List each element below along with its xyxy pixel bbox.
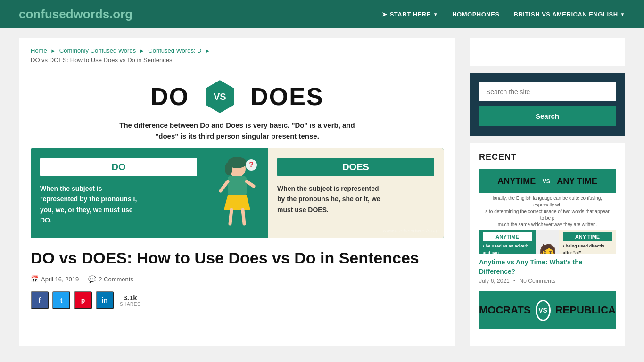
- mocrats-vs-badge: VS: [536, 300, 551, 321]
- svg-point-2: [225, 162, 232, 175]
- recent-item-image: MOCRATS VS REPUBLICA: [479, 291, 616, 329]
- anytime-bullets: • be used as an adverb and can• sed the …: [483, 243, 532, 254]
- breadcrumb-current: DO vs DOES: How to Use Does vs Do in Sen…: [31, 57, 444, 64]
- calendar-icon: 📅: [31, 275, 39, 283]
- sidebar-search-box: Search: [470, 73, 625, 136]
- anytime-left-title: ANYTIME: [483, 232, 532, 241]
- breadcrumb-home[interactable]: Home: [31, 47, 47, 54]
- breadcrumb-sep: ►: [205, 48, 210, 54]
- infographic-right-body: When the subject is representedby the pr…: [277, 183, 434, 215]
- recent-title: RECENT: [479, 152, 616, 162]
- anytime-center-figure: 🧑: [536, 230, 559, 254]
- site-logo[interactable]: confusedwords.org: [19, 7, 132, 22]
- vs-badge: VS: [203, 80, 236, 113]
- logo-suffix: .org: [109, 7, 132, 21]
- anytime-label: ANYTIME: [497, 176, 536, 186]
- infographic-left-body: When the subject isrepresented by the pr…: [40, 183, 197, 226]
- nav-homophones[interactable]: HOMOPHONES: [452, 11, 499, 18]
- do-does-graphic: DO VS DOES: [31, 71, 444, 118]
- infographic-left-title: DO: [40, 158, 197, 176]
- anytime-right-title: ANY TIME: [563, 232, 612, 241]
- svg-line-5: [221, 181, 228, 191]
- breadcrumb-confused-d[interactable]: Confused Words: D: [148, 47, 201, 54]
- republica-label: REPUBLICA: [555, 304, 616, 316]
- article-comments: 💬 2 Comments: [88, 275, 133, 283]
- sidebar-recent: RECENT ANYTIME VS ANY TIME ionally, the …: [470, 143, 625, 346]
- svg-line-8: [243, 210, 244, 224]
- main-content: Home ► Commonly Confused Words ► Confuse…: [19, 38, 455, 346]
- logo-main: confusedwords: [19, 7, 109, 21]
- nav-british-american[interactable]: BRITISH VS AMERICAN ENGLISH ▼: [514, 11, 625, 18]
- breadcrumb-sep: ►: [140, 48, 145, 54]
- anytime-desc: ionally, the English language can be qui…: [479, 193, 616, 230]
- share-facebook-button[interactable]: f: [31, 291, 49, 309]
- do-label: DO: [150, 82, 189, 111]
- infographic: DO When the subject isrepresented by the…: [31, 148, 444, 238]
- svg-marker-4: [224, 195, 250, 210]
- list-item: MOCRATS VS REPUBLICA: [479, 291, 616, 329]
- chevron-down-icon: ▼: [433, 12, 438, 17]
- list-item: ANYTIME VS ANY TIME ionally, the English…: [479, 169, 616, 284]
- search-input-wrapper: [479, 82, 616, 101]
- recent-item-meta: July 6, 2021 • No Comments: [479, 278, 616, 284]
- does-label: DOES: [250, 82, 323, 111]
- site-header: confusedwords.org ➤ START HERE ▼ HOMOPHO…: [0, 0, 644, 28]
- anytime-right-bullets: • being used directly after "at"• being …: [563, 243, 612, 254]
- svg-text:?: ?: [249, 161, 254, 169]
- share-pinterest-button[interactable]: p: [74, 291, 92, 309]
- page-wrapper: Home ► Commonly Confused Words ► Confuse…: [0, 28, 644, 355]
- infographic-left: DO When the subject isrepresented by the…: [31, 148, 206, 238]
- breadcrumb: Home ► Commonly Confused Words ► Confuse…: [31, 47, 444, 54]
- nav-start-here[interactable]: ➤ START HERE ▼: [382, 11, 438, 18]
- infographic-right-title: DOES: [277, 158, 434, 176]
- anytime-left-col: ANYTIME • be used as an adverb and can• …: [479, 230, 536, 254]
- girl-figure-icon: ?: [214, 156, 261, 231]
- mocrats-graphic: MOCRATS VS REPUBLICA: [479, 291, 616, 329]
- article-title: DO vs DOES: How to Use Does vs Do in Sen…: [31, 247, 444, 268]
- anytime-right-col: ANY TIME • being used directly after "at…: [559, 230, 616, 254]
- svg-line-7: [230, 210, 231, 224]
- svg-rect-3: [228, 176, 247, 195]
- recent-item-link[interactable]: Anytime vs Any Time: What's the Differen…: [479, 258, 616, 276]
- breadcrumb-sep: ►: [50, 48, 56, 54]
- recent-item-image: ANYTIME VS ANY TIME ionally, the English…: [479, 169, 616, 254]
- article-meta: 📅 April 16, 2019 💬 2 Comments: [31, 275, 444, 283]
- share-twitter-button[interactable]: t: [52, 291, 70, 309]
- watermark: www.confusedwords.org: [383, 228, 439, 233]
- sidebar: Search RECENT ANYTIME VS ANY TIME ionall…: [470, 38, 625, 346]
- anytime-graphic: ANYTIME VS ANY TIME ionally, the English…: [479, 169, 616, 254]
- chevron-down-icon: ▼: [620, 12, 625, 17]
- search-input[interactable]: [479, 82, 616, 101]
- comment-icon: 💬: [88, 275, 96, 283]
- share-count: 3.1k SHARES: [120, 294, 140, 307]
- sidebar-ad: [470, 38, 625, 66]
- infographic-right: DOES When the subject is representedby t…: [268, 148, 444, 238]
- anytime-top: ANYTIME VS ANY TIME: [479, 169, 616, 193]
- share-linkedin-button[interactable]: in: [96, 291, 114, 309]
- mocrats-label: MOCRATS: [479, 304, 531, 316]
- article-subtitle: The difference between Do and Does is ve…: [31, 120, 444, 141]
- search-button[interactable]: Search: [479, 106, 616, 126]
- breadcrumb-commonly-confused[interactable]: Commonly Confused Words: [59, 47, 136, 54]
- social-share: f t p in 3.1k SHARES: [31, 291, 444, 309]
- svg-line-6: [247, 181, 254, 186]
- article-date: 📅 April 16, 2019: [31, 275, 79, 283]
- infographic-center: ?: [206, 148, 268, 238]
- main-nav: ➤ START HERE ▼ HOMOPHONES BRITISH VS AME…: [382, 11, 625, 18]
- anytime-label2: ANY TIME: [557, 176, 597, 186]
- anytime-vs-badge: VS: [538, 173, 554, 189]
- anytime-bottom: ANYTIME • be used as an adverb and can• …: [479, 230, 616, 254]
